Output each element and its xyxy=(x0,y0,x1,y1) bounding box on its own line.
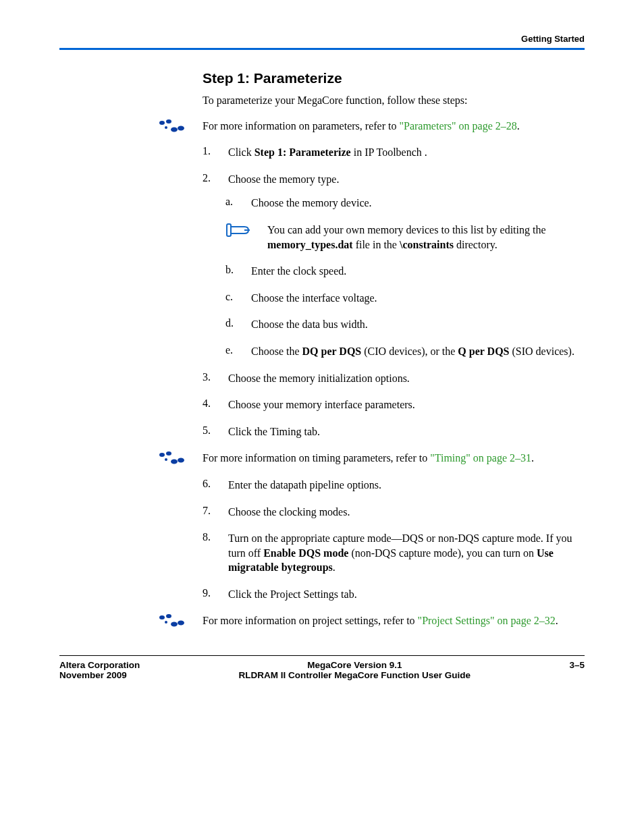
step-2b: b. Enter the clock speed. xyxy=(225,264,585,279)
note-project-settings: For more information on project settings… xyxy=(203,613,585,628)
step-2: 2. Choose the memory type. a. Choose the… xyxy=(203,172,585,359)
svg-point-6 xyxy=(159,453,165,457)
feet-icon xyxy=(155,451,186,470)
step-4: 4. Choose your memory interface paramete… xyxy=(203,397,585,412)
running-header: Getting Started xyxy=(59,34,585,44)
svg-point-3 xyxy=(171,127,178,132)
svg-point-0 xyxy=(159,121,165,125)
footer-page-number: 3–5 xyxy=(569,660,585,670)
step-5: 5. Click the Timing tab. xyxy=(203,424,585,439)
link-timing[interactable]: "Timing" on page 2–31 xyxy=(430,452,531,464)
link-project-settings[interactable]: "Project Settings" on page 2–32 xyxy=(418,615,556,626)
intro-paragraph: To parameterize your MegaCore function, … xyxy=(203,93,585,108)
svg-point-12 xyxy=(166,614,171,618)
svg-point-13 xyxy=(165,621,167,624)
pointing-hand-icon xyxy=(225,223,265,240)
page-footer: Altera Corporation November 2009 MegaCor… xyxy=(59,655,585,680)
svg-point-15 xyxy=(178,621,184,626)
section-heading: Step 1: Parameterize xyxy=(203,70,585,86)
step-2d: d. Choose the data bus width. xyxy=(225,317,585,332)
note-parameters: For more information on parameters, refe… xyxy=(203,119,585,134)
svg-point-10 xyxy=(178,458,184,463)
footer-doc-title: RLDRAM II Controller MegaCore Function U… xyxy=(140,670,569,680)
link-parameters[interactable]: "Parameters" on page 2–28 xyxy=(399,120,516,132)
svg-point-9 xyxy=(171,460,178,464)
footer-company: Altera Corporation xyxy=(59,660,140,670)
step-3: 3. Choose the memory initialization opti… xyxy=(203,371,585,386)
step-8: 8. Turn on the appropriate capture mode—… xyxy=(203,531,585,575)
footer-date: November 2009 xyxy=(59,670,140,680)
step-2a: a. Choose the memory device. xyxy=(225,196,585,211)
feet-icon xyxy=(155,119,186,138)
svg-point-8 xyxy=(165,458,167,461)
feet-icon xyxy=(155,613,186,632)
step-1: 1. Click Step 1: Parameterize in IP Tool… xyxy=(203,145,585,160)
svg-rect-5 xyxy=(227,224,231,236)
step-2-note: You can add your own memory devices to t… xyxy=(225,223,585,252)
svg-point-4 xyxy=(178,126,184,130)
step-2e: e. Choose the DQ per DQS (CIO devices), … xyxy=(225,344,585,359)
step-7: 7. Choose the clocking modes. xyxy=(203,505,585,520)
step-2c: c. Choose the interface voltage. xyxy=(225,291,585,306)
svg-point-14 xyxy=(171,622,178,627)
svg-point-7 xyxy=(166,451,171,456)
svg-point-11 xyxy=(159,615,165,619)
svg-point-2 xyxy=(165,126,167,129)
svg-point-1 xyxy=(166,119,171,123)
step-6: 6. Enter the datapath pipeline options. xyxy=(203,478,585,493)
header-rule xyxy=(59,48,585,50)
footer-version: MegaCore Version 9.1 xyxy=(140,660,569,670)
step-9: 9. Click the Project Settings tab. xyxy=(203,587,585,602)
note-timing: For more information on timing parameter… xyxy=(203,451,585,466)
